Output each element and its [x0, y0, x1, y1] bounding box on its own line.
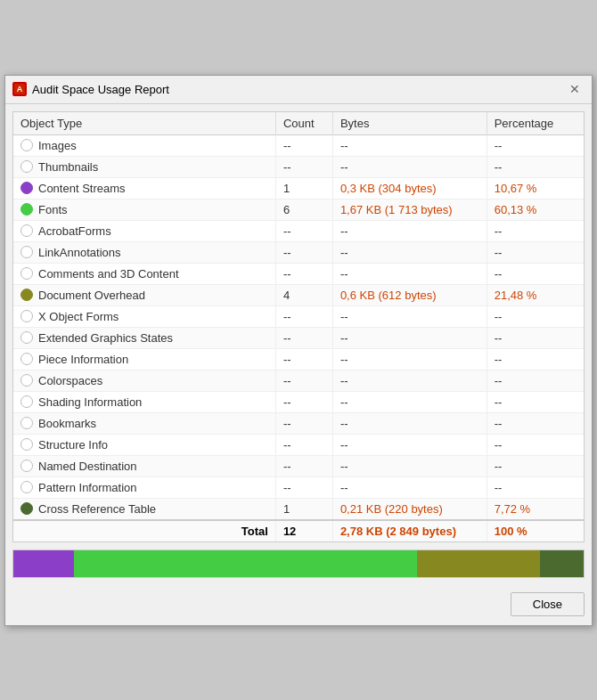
- cell-bytes-pattern-info: --: [332, 476, 487, 498]
- table-footer-row: Total 12 2,78 KB (2 849 bytes) 100 %: [13, 520, 584, 541]
- dot-shading-info: [20, 395, 33, 408]
- cell-type-bookmarks: Bookmarks: [13, 412, 275, 434]
- cell-type-doc-overhead: Document Overhead: [13, 284, 275, 305]
- cell-pct-thumbnails: --: [487, 156, 584, 177]
- label-shading-info: Shading Information: [38, 395, 142, 409]
- audit-table: Object Type Count Bytes Percentage Image…: [13, 112, 584, 541]
- cell-pct-structure-info: --: [487, 434, 584, 455]
- dot-cross-ref: [20, 502, 33, 515]
- window-title: Audit Space Usage Report: [32, 83, 169, 96]
- app-icon: A: [12, 82, 27, 96]
- window-close-button[interactable]: ✕: [565, 79, 585, 99]
- bar-segment-content-streams: [13, 550, 74, 577]
- table-row: Named Destination -- -- --: [13, 455, 584, 476]
- cell-bytes-x-object-forms: --: [332, 305, 487, 327]
- dot-thumbnails: [20, 160, 33, 173]
- footer-count-cell: 12: [275, 520, 332, 541]
- bottom-area: Close: [5, 585, 592, 625]
- cell-count-content-streams: 1: [275, 177, 332, 199]
- table-row: LinkAnnotations -- -- --: [13, 241, 584, 263]
- label-images: Images: [38, 139, 77, 152]
- cell-type-cross-ref: Cross Reference Table: [13, 498, 275, 520]
- dot-fonts: [20, 203, 33, 216]
- table-row: Images -- -- --: [13, 134, 584, 156]
- cell-count-pattern-info: --: [275, 476, 332, 498]
- cell-count-images: --: [275, 134, 332, 156]
- cell-type-named-dest: Named Destination: [13, 455, 275, 476]
- footer-pct-cell: 100 %: [487, 520, 584, 541]
- cell-count-link-annotations: --: [275, 241, 332, 263]
- cell-pct-colorspaces: --: [487, 370, 584, 391]
- dot-named-dest: [20, 460, 33, 472]
- dot-link-annotations: [20, 246, 33, 258]
- label-ext-graphics: Extended Graphics States: [38, 331, 173, 345]
- title-bar: A Audit Space Usage Report ✕: [5, 76, 592, 104]
- bar-segment-cross-reference-table: [540, 550, 584, 577]
- bar-segment-document-overhead: [417, 550, 539, 577]
- cell-pct-link-annotations: --: [487, 241, 584, 263]
- cell-count-ext-graphics: --: [275, 327, 332, 348]
- dot-acrobat-forms: [20, 224, 33, 237]
- cell-bytes-doc-overhead: 0,6 KB (612 bytes): [332, 284, 487, 305]
- table-row: X Object Forms -- -- --: [13, 305, 584, 327]
- cell-pct-ext-graphics: --: [487, 327, 584, 348]
- table-header-row: Object Type Count Bytes Percentage: [13, 112, 584, 135]
- dot-x-object-forms: [20, 310, 33, 322]
- dot-comments-3d: [20, 267, 33, 280]
- label-thumbnails: Thumbnails: [38, 160, 98, 174]
- table-row: Shading Information -- -- --: [13, 391, 584, 412]
- col-header-count: Count: [275, 112, 332, 135]
- data-table-container: Object Type Count Bytes Percentage Image…: [12, 111, 585, 542]
- dot-bookmarks: [20, 417, 33, 429]
- cell-count-shading-info: --: [275, 391, 332, 412]
- cell-count-cross-ref: 1: [275, 498, 332, 520]
- cell-count-fonts: 6: [275, 199, 332, 220]
- cell-pct-x-object-forms: --: [487, 305, 584, 327]
- cell-count-x-object-forms: --: [275, 305, 332, 327]
- cell-pct-named-dest: --: [487, 455, 584, 476]
- label-colorspaces: Colorspaces: [38, 374, 102, 387]
- footer-bytes-cell: 2,78 KB (2 849 bytes): [332, 520, 487, 541]
- dot-images: [20, 139, 33, 151]
- cell-pct-fonts: 60,13 %: [487, 199, 584, 220]
- table-row: Piece Information -- -- --: [13, 348, 584, 370]
- cell-count-colorspaces: --: [275, 370, 332, 391]
- label-pattern-info: Pattern Information: [38, 481, 137, 494]
- cell-type-ext-graphics: Extended Graphics States: [13, 327, 275, 348]
- label-doc-overhead: Document Overhead: [38, 289, 145, 302]
- cell-bytes-shading-info: --: [332, 391, 487, 412]
- cell-pct-pattern-info: --: [487, 476, 584, 498]
- label-comments-3d: Comments and 3D Content: [38, 267, 179, 281]
- cell-count-acrobat-forms: --: [275, 220, 332, 241]
- cell-type-comments-3d: Comments and 3D Content: [13, 263, 275, 284]
- table-row: Cross Reference Table 1 0,21 KB (220 byt…: [13, 498, 584, 520]
- cell-count-named-dest: --: [275, 455, 332, 476]
- cell-bytes-bookmarks: --: [332, 412, 487, 434]
- cell-type-structure-info: Structure Info: [13, 434, 275, 455]
- table-row: AcrobatForms -- -- --: [13, 220, 584, 241]
- close-button[interactable]: Close: [511, 592, 585, 616]
- cell-bytes-images: --: [332, 134, 487, 156]
- cell-bytes-colorspaces: --: [332, 370, 487, 391]
- dot-ext-graphics: [20, 331, 33, 344]
- dot-content-streams: [20, 182, 33, 194]
- label-x-object-forms: X Object Forms: [38, 310, 119, 323]
- dot-colorspaces: [20, 374, 33, 387]
- label-bookmarks: Bookmarks: [38, 417, 96, 430]
- table-row: Content Streams 1 0,3 KB (304 bytes) 10,…: [13, 177, 584, 199]
- cell-pct-shading-info: --: [487, 391, 584, 412]
- cell-pct-content-streams: 10,67 %: [487, 177, 584, 199]
- cell-type-x-object-forms: X Object Forms: [13, 305, 275, 327]
- dot-doc-overhead: [20, 289, 33, 301]
- cell-bytes-structure-info: --: [332, 434, 487, 455]
- cell-pct-cross-ref: 7,72 %: [487, 498, 584, 520]
- cell-bytes-link-annotations: --: [332, 241, 487, 263]
- cell-bytes-acrobat-forms: --: [332, 220, 487, 241]
- col-header-percentage: Percentage: [487, 112, 584, 135]
- cell-pct-piece-info: --: [487, 348, 584, 370]
- cell-pct-doc-overhead: 21,48 %: [487, 284, 584, 305]
- cell-pct-comments-3d: --: [487, 263, 584, 284]
- table-row: Colorspaces -- -- --: [13, 370, 584, 391]
- cell-type-link-annotations: LinkAnnotations: [13, 241, 275, 263]
- cell-type-piece-info: Piece Information: [13, 348, 275, 370]
